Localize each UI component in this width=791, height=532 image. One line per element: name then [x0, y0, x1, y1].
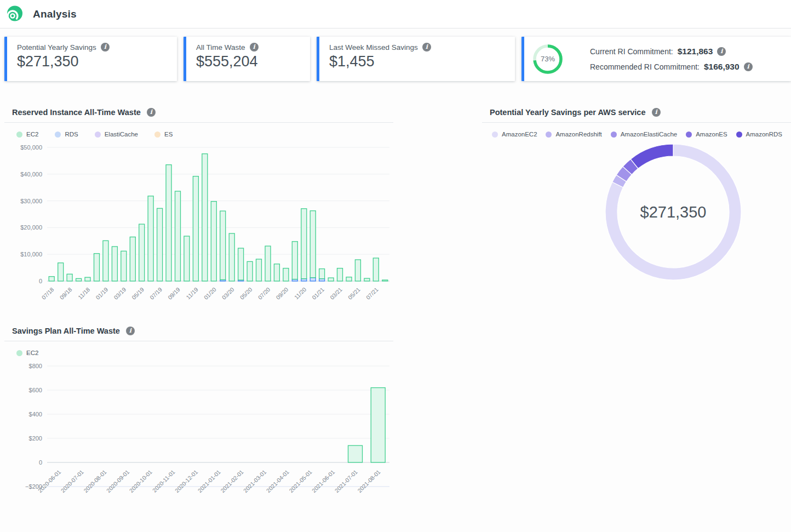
- bar-ec2[interactable]: [382, 280, 388, 281]
- legend-item-amazonredshift[interactable]: AmazonRedshift: [546, 131, 601, 138]
- kpi-card-potential-yearly-savings: Potential Yearly Savings $271,350: [4, 37, 177, 81]
- bar-ec2[interactable]: [348, 445, 363, 462]
- bar-ec2[interactable]: [202, 154, 208, 281]
- ring-percent-label: 73%: [532, 43, 564, 75]
- bar-ec2[interactable]: [364, 278, 370, 281]
- bar-ec2[interactable]: [157, 208, 163, 281]
- bar-ec2[interactable]: [247, 261, 253, 281]
- svg-text:11/20: 11/20: [293, 286, 308, 301]
- bar-ec2[interactable]: [238, 248, 244, 280]
- legend-dot-icon: [154, 131, 161, 138]
- legend-item-amazonec2[interactable]: AmazonEC2: [492, 131, 537, 138]
- bar-ec2[interactable]: [85, 277, 90, 281]
- info-icon[interactable]: [717, 47, 726, 56]
- info-icon[interactable]: [126, 327, 135, 335]
- commit-label: Current RI Commitment:: [590, 47, 673, 56]
- savings-plan-bar-chart[interactable]: $800$600$400$2000−$2002020-06-012020-07-…: [4, 358, 393, 526]
- legend-item-elasticache[interactable]: ElastiCache: [95, 131, 138, 138]
- ri-waste-bar-chart[interactable]: $50,000$40,000$30,000$20,000$10,000007/1…: [4, 140, 393, 331]
- legend-item-rds[interactable]: RDS: [55, 131, 78, 138]
- svg-text:01/21: 01/21: [311, 286, 325, 301]
- svg-text:07/19: 07/19: [148, 286, 163, 301]
- bar-ec2[interactable]: [94, 254, 100, 281]
- svg-text:2020-06-01: 2020-06-01: [37, 468, 62, 494]
- svg-text:11/19: 11/19: [185, 286, 199, 301]
- legend-item-amazonelasticache[interactable]: AmazonElastiCache: [611, 131, 678, 138]
- svg-text:2021-05-01: 2021-05-01: [288, 468, 313, 494]
- header: Analysis: [0, 0, 791, 28]
- bar-ec2[interactable]: [355, 260, 360, 281]
- svg-text:2020-07-01: 2020-07-01: [59, 468, 85, 494]
- legend-dot-icon: [686, 131, 692, 138]
- bar-ec2[interactable]: [166, 165, 171, 281]
- commit-value: $166,930: [704, 62, 740, 72]
- commit-value: $121,863: [678, 47, 713, 56]
- svg-text:$200: $200: [29, 435, 42, 442]
- bars[interactable]: [348, 388, 386, 462]
- bar-ec2[interactable]: [58, 263, 64, 281]
- info-icon[interactable]: [422, 43, 431, 52]
- recommended-ri-commitment-row: Recommended RI Commitment: $166,930: [590, 62, 753, 72]
- bar-ec2[interactable]: [346, 277, 352, 281]
- bar-ec2[interactable]: [328, 278, 334, 281]
- bar-ec2[interactable]: [274, 264, 279, 281]
- info-icon[interactable]: [744, 62, 753, 71]
- bar-ec2[interactable]: [220, 211, 226, 279]
- bar-ec2[interactable]: [184, 236, 190, 281]
- svg-text:$40,000: $40,000: [20, 171, 42, 178]
- bar-ec2[interactable]: [148, 196, 153, 281]
- bar-ec2[interactable]: [130, 237, 135, 282]
- bar-ec2[interactable]: [373, 258, 379, 281]
- legend-item-ec2[interactable]: EC2: [16, 350, 38, 356]
- legend-item-es[interactable]: ES: [154, 131, 173, 138]
- svg-text:2020-11-01: 2020-11-01: [151, 468, 176, 494]
- bar-ec2[interactable]: [112, 247, 117, 281]
- legend-dot-icon: [95, 131, 101, 138]
- bar-rds[interactable]: [310, 278, 316, 281]
- bar-ec2[interactable]: [76, 278, 82, 281]
- legend-label: EC2: [26, 350, 38, 356]
- bar-ec2[interactable]: [49, 277, 54, 281]
- bar-ec2[interactable]: [103, 241, 108, 281]
- bar-ec2[interactable]: [319, 269, 325, 279]
- bar-ec2[interactable]: [229, 233, 234, 281]
- bar-ec2[interactable]: [175, 191, 181, 281]
- bar-ec2[interactable]: [193, 176, 198, 281]
- bar-ec2[interactable]: [67, 274, 72, 281]
- legend-item-amazonrds[interactable]: AmazonRDS: [736, 131, 782, 138]
- bar-ec2[interactable]: [139, 224, 145, 281]
- legend-dot-icon: [55, 131, 61, 138]
- legend-item-amazones[interactable]: AmazonES: [686, 131, 727, 138]
- kpi-label: Potential Yearly Savings: [17, 43, 96, 52]
- bar-ec2[interactable]: [121, 251, 127, 281]
- bar-ec2[interactable]: [256, 259, 262, 281]
- legend-dot-icon: [492, 131, 498, 138]
- commit-label: Recommended RI Commitment:: [590, 62, 700, 71]
- info-icon[interactable]: [250, 43, 259, 52]
- info-icon[interactable]: [652, 108, 661, 117]
- bar-ec2[interactable]: [292, 242, 297, 279]
- kpi-card-last-week-missed-savings: Last Week Missed Savings $1,455: [317, 37, 515, 81]
- svg-text:2021-07-01: 2021-07-01: [333, 468, 359, 494]
- legend-label: RDS: [65, 131, 78, 138]
- kpi-label: All Time Waste: [196, 43, 245, 52]
- svg-text:01/20: 01/20: [203, 286, 217, 301]
- page-title: Analysis: [33, 8, 77, 20]
- bar-ec2[interactable]: [371, 388, 385, 462]
- info-icon[interactable]: [101, 43, 110, 52]
- bar-ec2[interactable]: [283, 268, 289, 281]
- legend-dot-icon: [16, 131, 22, 138]
- svg-text:$10,000: $10,000: [20, 251, 42, 258]
- legend-label: AmazonElastiCache: [621, 131, 678, 138]
- legend-label: AmazonRedshift: [555, 131, 601, 138]
- bar-ec2[interactable]: [211, 202, 216, 281]
- bar-ec2[interactable]: [310, 211, 316, 278]
- bar-ec2[interactable]: [301, 209, 307, 279]
- legend-label: ElastiCache: [105, 131, 138, 138]
- info-icon[interactable]: [147, 108, 156, 117]
- bars[interactable]: [49, 154, 388, 281]
- legend-item-ec2[interactable]: EC2: [16, 131, 38, 138]
- bar-ec2[interactable]: [265, 246, 271, 281]
- bar-ec2[interactable]: [337, 268, 343, 281]
- savings-donut-chart[interactable]: $271,350: [605, 144, 742, 281]
